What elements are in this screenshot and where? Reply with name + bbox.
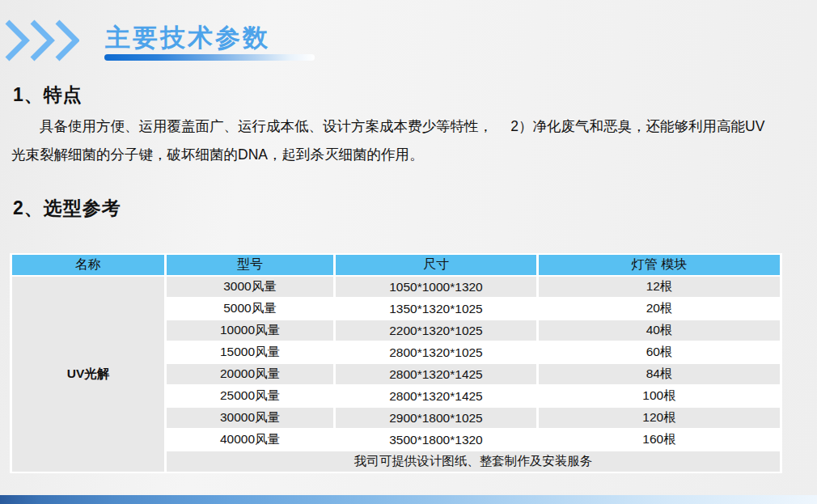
spec-table: 名称 型号 尺寸 灯管 模块 UV光解 3000风量 1050*1000*132… <box>10 253 782 473</box>
section-heading-selection: 2、选型参考 <box>13 196 121 221</box>
triple-chevron-right-icon <box>5 19 79 61</box>
page-background: 主要技术参数 1、特点 具备使用方便、运用覆盖面广、运行成本低、设计方案成本费少… <box>0 0 817 504</box>
lamps-cell: 60根 <box>539 342 780 362</box>
features-paragraph-line1: 具备使用方便、运用覆盖面广、运行成本低、设计方案成本费少等特性， 2）净化废气和… <box>11 112 802 141</box>
model-cell: 5000风量 <box>167 299 333 319</box>
lamps-cell: 120根 <box>539 408 780 428</box>
table-row: UV光解 3000风量 1050*1000*1320 12根 <box>12 277 780 297</box>
size-cell: 1050*1000*1320 <box>336 277 536 297</box>
footer-note-cell: 我司可提供设计图纸、整套制作及安装服务 <box>167 451 780 472</box>
model-cell: 10000风量 <box>167 320 333 341</box>
size-cell: 2800*1320*1425 <box>336 364 536 384</box>
model-cell: 40000风量 <box>167 430 333 450</box>
table-header-row: 名称 型号 尺寸 灯管 模块 <box>12 255 780 275</box>
lamps-cell: 20根 <box>539 299 780 319</box>
lamps-cell: 160根 <box>539 430 780 450</box>
lamps-cell: 40根 <box>539 320 780 341</box>
size-cell: 3500*1800*1320 <box>336 430 536 450</box>
size-cell: 2200*1320*1025 <box>336 320 536 341</box>
table-header-size: 尺寸 <box>336 255 536 275</box>
size-cell: 2800*1320*1425 <box>336 386 536 406</box>
table-header-model: 型号 <box>167 255 333 275</box>
model-cell: 25000风量 <box>167 386 333 406</box>
size-cell: 2800*1320*1025 <box>336 342 536 362</box>
lamps-cell: 12根 <box>539 277 780 297</box>
lamps-cell: 84根 <box>539 364 780 384</box>
model-cell: 3000风量 <box>167 277 333 297</box>
model-cell: 30000风量 <box>167 408 333 428</box>
page-title: 主要技术参数 <box>105 21 270 55</box>
table-header-lamps: 灯管 模块 <box>539 255 780 275</box>
bottom-accent-bar <box>0 495 817 504</box>
model-cell: 20000风量 <box>167 364 333 384</box>
features-paragraph: 具备使用方便、运用覆盖面广、运行成本低、设计方案成本费少等特性， 2）净化废气和… <box>11 112 802 169</box>
title-underline <box>104 54 315 61</box>
size-cell: 1350*1320*1025 <box>336 299 536 319</box>
features-paragraph-line2: 光束裂解细菌的分子键，破坏细菌的DNA，起到杀灭细菌的作用。 <box>11 141 802 169</box>
size-cell: 2900*1800*1025 <box>336 408 536 428</box>
category-cell: UV光解 <box>12 277 164 472</box>
model-cell: 15000风量 <box>167 342 333 362</box>
lamps-cell: 100根 <box>539 386 780 406</box>
section-heading-features: 1、特点 <box>13 83 83 108</box>
table-header-name: 名称 <box>12 255 164 275</box>
